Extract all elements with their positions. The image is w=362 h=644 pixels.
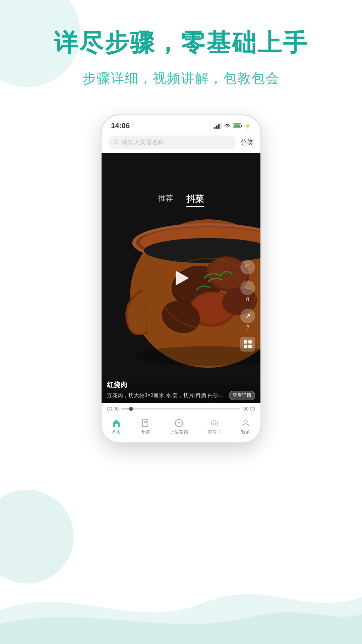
nav-item-profile[interactable]: 我的: [241, 418, 251, 435]
recipe-name: 红烧肉: [107, 380, 255, 389]
upload-icon: [174, 418, 184, 428]
nav-label-upload: 上传菜谱: [170, 429, 188, 435]
main-title: 详尽步骤，零基础上手: [54, 27, 308, 59]
status-icons: ⚡: [214, 123, 251, 129]
progress-track[interactable]: [121, 408, 241, 410]
svg-rect-5: [234, 124, 240, 127]
tab-douying[interactable]: 抖菜: [186, 193, 204, 207]
nav-item-basket[interactable]: 菜篮子: [207, 418, 222, 435]
recipe-desc-row: 五花肉，切大块3×3厘米,水,姜，切片,料酒,白砂糖,生... 查看详情: [107, 391, 255, 400]
nav-item-upload[interactable]: 上传菜谱: [170, 418, 188, 435]
detail-button[interactable]: 查看详情: [229, 391, 255, 400]
phone-screen: 14:06: [102, 115, 260, 442]
page-content: 详尽步骤，零基础上手 步骤详细，视频讲解，包教包会 14:06: [0, 0, 362, 644]
wifi-icon: [224, 123, 231, 129]
search-input-wrap[interactable]: 请输入菜谱名称: [108, 136, 236, 149]
battery-bolt: ⚡: [244, 123, 251, 129]
recipe-description: 五花肉，切大块3×3厘米,水,姜，切片,料酒,白砂糖,生...: [107, 392, 226, 399]
svg-rect-0: [214, 127, 216, 129]
heart-icon: ♡: [240, 260, 255, 274]
progress-bar-wrap: 00:00 00:00: [102, 403, 260, 415]
battery-icon: [233, 123, 242, 128]
home-icon: [111, 418, 121, 428]
basket-icon: [209, 418, 220, 428]
progress-row: 00:00 00:00: [107, 406, 255, 412]
nav-label-home: 首页: [112, 429, 121, 435]
nav-label-recipe: 食谱: [141, 429, 150, 435]
comment-count: 0: [246, 297, 249, 303]
search-bar: 请输入菜谱名称 分类: [102, 133, 260, 153]
svg-rect-3: [220, 123, 222, 129]
user-icon: [241, 418, 251, 428]
category-button[interactable]: 分类: [240, 138, 254, 147]
share-count: 2: [246, 325, 249, 331]
svg-line-8: [117, 143, 118, 144]
comment-button[interactable]: ··· 0: [240, 280, 255, 303]
signal-icon: [214, 123, 222, 129]
phone-mockup: 14:06: [101, 114, 261, 443]
share-button[interactable]: ↗ 2: [240, 309, 255, 331]
right-action-icons: ♡ ··· 0 ↗ 2: [240, 260, 255, 352]
svg-point-32: [244, 420, 247, 423]
status-time: 14:06: [111, 121, 130, 130]
time-start: 00:00: [107, 406, 119, 412]
svg-rect-25: [142, 419, 148, 427]
grid-view-button[interactable]: [240, 337, 255, 352]
svg-rect-1: [216, 125, 218, 129]
video-info-overlay: 红烧肉 五花肉，切大块3×3厘米,水,姜，切片,料酒,白砂糖,生... 查看详情: [102, 377, 260, 403]
play-triangle-icon: [176, 271, 189, 285]
svg-rect-6: [241, 125, 242, 127]
tab-recommend[interactable]: 推荐: [158, 193, 173, 207]
video-area[interactable]: 推荐 抖菜 ♡ ··· 0 ↗: [102, 153, 260, 403]
nav-item-recipe[interactable]: 食谱: [140, 418, 150, 435]
play-button[interactable]: [170, 267, 192, 289]
nav-label-basket: 菜篮子: [207, 429, 222, 435]
share-icon: ↗: [240, 309, 255, 323]
comment-icon: ···: [240, 280, 255, 295]
tab-bar-top: 推荐 抖菜: [102, 190, 260, 209]
svg-point-7: [114, 140, 117, 143]
like-button[interactable]: ♡: [240, 260, 255, 274]
search-placeholder: 请输入菜谱名称: [122, 138, 164, 146]
sub-title: 步骤详细，视频讲解，包教包会: [82, 69, 280, 88]
search-icon: [113, 139, 119, 145]
progress-dot[interactable]: [129, 407, 133, 411]
status-bar: 14:06: [102, 115, 260, 133]
grid-icon: [240, 337, 255, 352]
time-end: 00:00: [243, 406, 255, 412]
bottom-nav: 首页 食谱: [102, 415, 260, 442]
svg-rect-2: [218, 124, 220, 129]
nav-item-home[interactable]: 首页: [111, 418, 121, 435]
book-icon: [140, 418, 150, 428]
nav-label-profile: 我的: [241, 429, 250, 435]
